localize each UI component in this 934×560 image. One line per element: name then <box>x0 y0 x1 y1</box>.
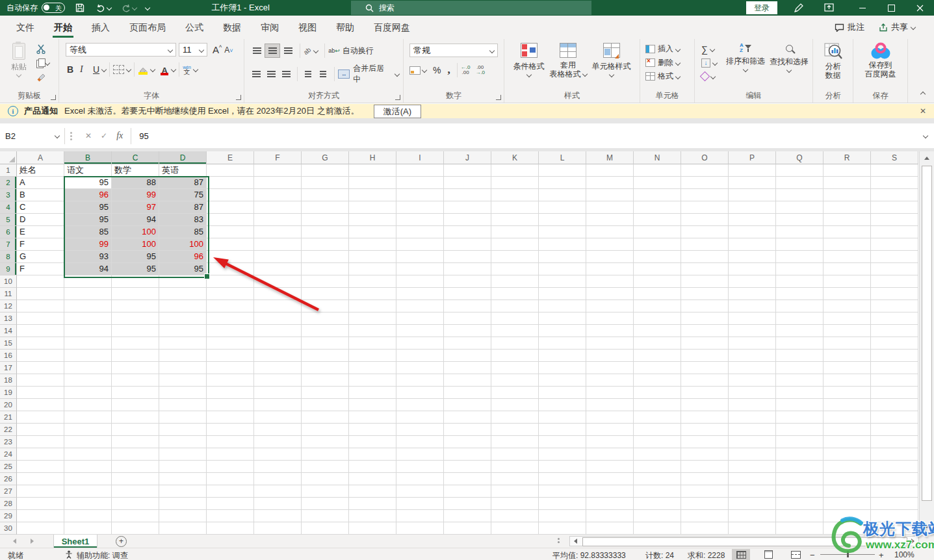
cell-S26[interactable] <box>871 473 918 485</box>
tab-帮助[interactable]: 帮助 <box>326 16 364 39</box>
font-dialog-launcher[interactable] <box>236 95 241 100</box>
row-header-10[interactable]: 10 <box>0 275 17 288</box>
font-color-button[interactable]: A <box>160 64 169 75</box>
cell-Q25[interactable] <box>776 461 824 473</box>
cell-J5[interactable] <box>444 214 491 226</box>
cell-F14[interactable] <box>254 325 302 337</box>
phonetic-button[interactable]: wén文 <box>183 65 191 74</box>
horizontal-scrollbar[interactable] <box>569 536 919 546</box>
cell-K18[interactable] <box>491 374 539 387</box>
normal-view-button[interactable] <box>732 549 750 560</box>
cell-F24[interactable] <box>254 448 302 461</box>
cell-J30[interactable] <box>444 522 491 535</box>
tab-审阅[interactable]: 审阅 <box>251 16 289 39</box>
cell-C20[interactable] <box>112 399 159 411</box>
cell-D6[interactable]: 85 <box>159 226 207 238</box>
cell-A28[interactable] <box>17 498 64 510</box>
cell-C13[interactable] <box>112 312 159 325</box>
cell-I20[interactable] <box>396 399 444 411</box>
cell-E14[interactable] <box>207 325 254 337</box>
cell-P4[interactable] <box>729 201 776 214</box>
cell-B26[interactable] <box>64 473 112 485</box>
cell-Q22[interactable] <box>776 424 824 436</box>
column-header-I[interactable]: I <box>396 151 444 164</box>
cell-D14[interactable] <box>159 325 207 337</box>
cell-I14[interactable] <box>396 325 444 337</box>
cell-H7[interactable] <box>349 238 396 251</box>
row-header-24[interactable]: 24 <box>0 448 17 461</box>
zoom-level[interactable]: 100% <box>894 550 915 559</box>
cell-L20[interactable] <box>539 399 586 411</box>
cell-M11[interactable] <box>586 288 634 300</box>
cell-D10[interactable] <box>159 275 207 288</box>
cell-B28[interactable] <box>64 498 112 510</box>
cell-G15[interactable] <box>302 337 349 350</box>
cell-S4[interactable] <box>871 201 918 214</box>
cell-P10[interactable] <box>729 275 776 288</box>
italic-button[interactable]: I <box>80 64 93 75</box>
cell-P26[interactable] <box>729 473 776 485</box>
cell-O25[interactable] <box>681 461 729 473</box>
cell-C23[interactable] <box>112 436 159 448</box>
cell-P15[interactable] <box>729 337 776 350</box>
cell-L24[interactable] <box>539 448 586 461</box>
cell-K5[interactable] <box>491 214 539 226</box>
cell-G19[interactable] <box>302 387 349 399</box>
cell-N21[interactable] <box>634 411 681 424</box>
cell-A12[interactable] <box>17 300 64 312</box>
increase-decimal-button[interactable]: ←.0.00 <box>461 65 471 75</box>
cell-J10[interactable] <box>444 275 491 288</box>
cell-J17[interactable] <box>444 362 491 374</box>
cell-M1[interactable] <box>586 164 634 177</box>
search-box[interactable]: 搜索 <box>351 1 591 15</box>
cell-J25[interactable] <box>444 461 491 473</box>
cell-D27[interactable] <box>159 485 207 498</box>
cell-L12[interactable] <box>539 300 586 312</box>
cell-N17[interactable] <box>634 362 681 374</box>
cell-O22[interactable] <box>681 424 729 436</box>
row-header-27[interactable]: 27 <box>0 485 17 498</box>
cell-S21[interactable] <box>871 411 918 424</box>
fill-color-button[interactable] <box>138 64 148 75</box>
cell-M26[interactable] <box>586 473 634 485</box>
cell-K21[interactable] <box>491 411 539 424</box>
cell-C29[interactable] <box>112 510 159 522</box>
cell-Q4[interactable] <box>776 201 824 214</box>
cell-H6[interactable] <box>349 226 396 238</box>
cell-N24[interactable] <box>634 448 681 461</box>
cell-M7[interactable] <box>586 238 634 251</box>
cell-D20[interactable] <box>159 399 207 411</box>
cell-C14[interactable] <box>112 325 159 337</box>
cell-G17[interactable] <box>302 362 349 374</box>
cell-P6[interactable] <box>729 226 776 238</box>
cell-P13[interactable] <box>729 312 776 325</box>
scroll-right-icon[interactable] <box>911 539 915 544</box>
vertical-scrollbar[interactable] <box>919 151 934 535</box>
row-header-1[interactable]: 1 <box>0 164 17 177</box>
scroll-left-icon[interactable] <box>574 539 577 544</box>
cell-Q27[interactable] <box>776 485 824 498</box>
cell-N10[interactable] <box>634 275 681 288</box>
cell-M27[interactable] <box>586 485 634 498</box>
cell-M28[interactable] <box>586 498 634 510</box>
column-header-G[interactable]: G <box>302 151 349 164</box>
cell-O10[interactable] <box>681 275 729 288</box>
customize-quick-access-icon[interactable] <box>145 5 150 10</box>
cell-I9[interactable] <box>396 263 444 275</box>
cell-F19[interactable] <box>254 387 302 399</box>
cell-A22[interactable] <box>17 424 64 436</box>
cell-F17[interactable] <box>254 362 302 374</box>
cell-B23[interactable] <box>64 436 112 448</box>
cell-M25[interactable] <box>586 461 634 473</box>
cell-F29[interactable] <box>254 510 302 522</box>
cell-P2[interactable] <box>729 177 776 189</box>
sheet-tab-sheet1[interactable]: Sheet1 <box>53 535 97 548</box>
cell-J27[interactable] <box>444 485 491 498</box>
cell-B24[interactable] <box>64 448 112 461</box>
cell-F20[interactable] <box>254 399 302 411</box>
cell-K16[interactable] <box>491 350 539 362</box>
cell-I26[interactable] <box>396 473 444 485</box>
cell-C5[interactable]: 94 <box>112 214 159 226</box>
cell-E25[interactable] <box>207 461 254 473</box>
cell-N30[interactable] <box>634 522 681 535</box>
